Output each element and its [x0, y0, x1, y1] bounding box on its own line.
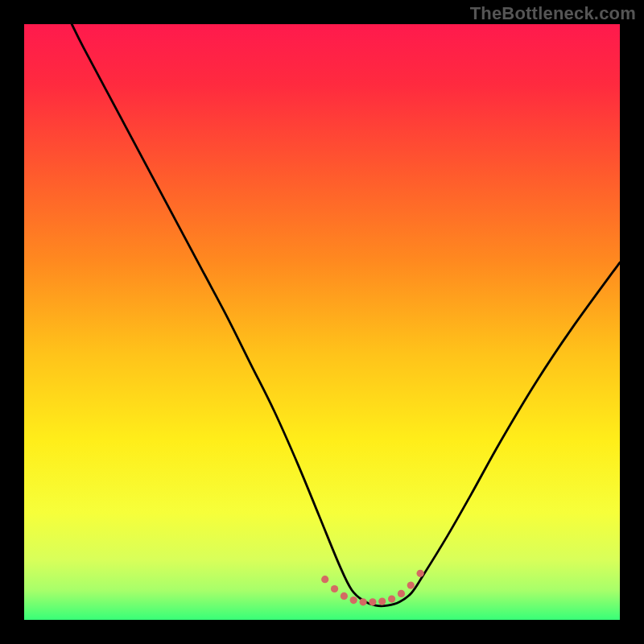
marker-dot: [350, 597, 357, 604]
marker-dot: [359, 598, 366, 605]
chart-background: [24, 24, 620, 620]
chart-stage: TheBottleneck.com: [0, 0, 644, 644]
marker-dot: [417, 570, 424, 577]
marker-dot: [369, 598, 376, 605]
marker-dot: [398, 590, 405, 597]
plot-area: [24, 24, 620, 620]
marker-dot: [321, 576, 328, 583]
marker-dot: [388, 596, 395, 603]
marker-dot: [378, 597, 386, 605]
marker-dot: [331, 585, 338, 592]
marker-dot: [341, 592, 348, 600]
watermark-text: TheBottleneck.com: [470, 3, 636, 24]
marker-dot: [407, 581, 415, 588]
plot-svg: [24, 24, 620, 620]
